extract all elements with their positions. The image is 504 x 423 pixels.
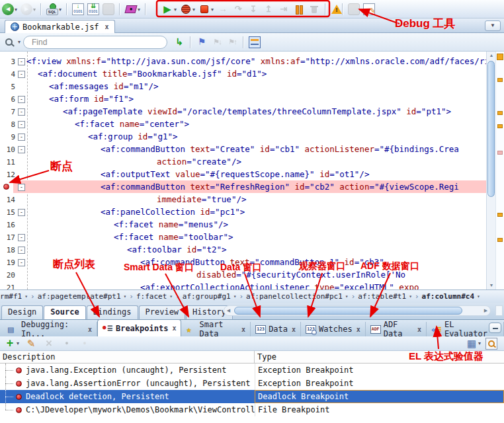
overview-marker[interactable] xyxy=(497,124,503,128)
table-row[interactable]: java.lang.AssertionError (uncaught), Per… xyxy=(0,377,504,390)
disable-dot-button[interactable] xyxy=(60,336,73,351)
fold-toggle-icon[interactable]: - xyxy=(18,134,25,141)
chevron-down-icon[interactable]: ▾ xyxy=(409,293,412,299)
scroll-up-icon[interactable]: ▲ xyxy=(487,52,495,59)
splitter-box[interactable] xyxy=(495,305,503,316)
panel-tab-adf-data[interactable]: ADF Datax xyxy=(366,322,427,336)
close-icon[interactable]: x xyxy=(417,326,421,333)
panel-tab-debugging-in-[interactable]: Debugging: In...x xyxy=(3,322,97,336)
sql-connection-button-dropdown[interactable]: ▾ xyxy=(59,7,62,13)
column-select-button-dropdown[interactable]: ▾ xyxy=(478,340,481,346)
close-icon[interactable]: x xyxy=(241,326,245,333)
stop-button-dropdown[interactable]: ▾ xyxy=(211,7,214,13)
fold-toggle-icon[interactable]: - xyxy=(18,96,25,103)
fold-toggle-icon[interactable]: - xyxy=(18,247,25,254)
editor-view-tab-bindings[interactable]: Bindings xyxy=(87,305,138,319)
ant-build-button-dropdown[interactable]: ▾ xyxy=(138,7,140,13)
enable-dot-button[interactable] xyxy=(78,336,91,351)
breadcrumb-item[interactable]: af:column#c4▾ xyxy=(420,292,482,301)
pause-button[interactable] xyxy=(292,2,306,17)
code-line-21[interactable]: 21<af:exportCollectionActionListener typ… xyxy=(0,281,486,289)
panel-tab-data[interactable]: Datax xyxy=(251,322,301,336)
step-out-button[interactable] xyxy=(262,2,275,17)
scroll-down-icon[interactable]: ▼ xyxy=(487,282,495,289)
fold-toggle-icon[interactable]: - xyxy=(18,71,25,78)
panel-tab-smart-data[interactable]: Smart Datax xyxy=(181,322,251,336)
breadcrumb-item[interactable]: f:facet▾ xyxy=(134,292,175,301)
code-line-6[interactable]: 6-<af:form id="f1"> xyxy=(0,93,486,105)
code-line-13[interactable]: -<af:commandButton text="RefreshRegion" … xyxy=(0,180,486,193)
editor-view-tab-preview[interactable]: Preview xyxy=(139,305,186,319)
chevron-down-icon[interactable]: ▾ xyxy=(124,293,127,299)
sql-connection-button[interactable]: ▾ xyxy=(46,2,62,17)
resume-button[interactable] xyxy=(216,2,230,17)
edit-breakpoint-button[interactable] xyxy=(24,336,38,351)
next-bookmark-button[interactable] xyxy=(210,35,224,50)
close-icon[interactable]: x xyxy=(105,23,109,30)
code-line-18[interactable]: 18-<af:toolbar id="t2"> xyxy=(0,243,486,256)
overview-ruler[interactable] xyxy=(495,52,504,289)
code-line-3[interactable]: 3-<f:view xmlns:f="http://java.sun.com/j… xyxy=(0,55,486,67)
panel-tab-breakpoints[interactable]: Breakpointsx xyxy=(97,319,182,336)
find-input[interactable] xyxy=(23,36,167,49)
chevron-down-icon[interactable]: ▾ xyxy=(345,293,349,299)
fold-toggle-icon[interactable]: - xyxy=(18,259,25,266)
add-breakpoint-button[interactable]: ▾ xyxy=(3,336,20,351)
code-line-4[interactable]: 4-<af:document title="Bookmarkable.jsf" … xyxy=(0,67,486,80)
fold-toggle-icon[interactable]: - xyxy=(18,58,25,65)
code-line-11[interactable]: 11action="create"/> xyxy=(0,155,486,168)
column-select-button[interactable]: ▾ xyxy=(465,336,482,351)
table-row[interactable]: C:\JDeveloper\mywork\Demos\Bookmark\View… xyxy=(0,403,504,416)
back-button-dropdown[interactable]: ▾ xyxy=(15,7,17,13)
chevron-down-icon[interactable]: ▾ xyxy=(24,293,28,299)
panel-tab-watches[interactable]: Watchesx xyxy=(301,322,366,336)
code-line-8[interactable]: 8-<f:facet name="center"> xyxy=(0,118,486,130)
debug-button[interactable]: ▾ xyxy=(179,2,196,17)
add-breakpoint-button-dropdown[interactable]: ▾ xyxy=(17,340,19,346)
fold-toggle-icon[interactable]: - xyxy=(18,184,25,191)
editor-vertical-scrollbar[interactable]: ▲ ▼ xyxy=(486,52,495,289)
run-to-cursor-button[interactable] xyxy=(277,2,290,17)
breadcrumb-item[interactable]: af:form#f1▾ xyxy=(0,292,30,301)
goto-last-edit-button[interactable] xyxy=(173,35,186,50)
bookmarks-window-button[interactable] xyxy=(248,35,261,50)
overview-marker[interactable] xyxy=(497,238,503,242)
code-line-9[interactable]: 9-<af:group id="g1"> xyxy=(0,130,486,143)
hscrollbar-thumb[interactable] xyxy=(234,307,462,315)
breadcrumb-item[interactable]: af:panelcollection#pc1▾ xyxy=(244,292,351,301)
prev-bookmark-button[interactable] xyxy=(226,35,239,50)
close-icon[interactable]: x xyxy=(172,325,176,332)
breadcrumb-item[interactable]: af:table#t1▾ xyxy=(356,292,414,301)
fold-toggle-icon[interactable]: - xyxy=(18,121,25,128)
breadcrumb-item[interactable]: af:group#g1▾ xyxy=(181,292,239,301)
find-filter-button[interactable] xyxy=(485,336,498,351)
scrollbar-thumb[interactable] xyxy=(487,61,495,197)
close-icon[interactable]: x xyxy=(88,326,92,333)
fold-toggle-icon[interactable]: - xyxy=(18,209,25,216)
delete-breakpoint-button[interactable] xyxy=(42,336,56,351)
minimize-panel-button[interactable] xyxy=(489,323,501,333)
breakpoint-icon[interactable] xyxy=(3,184,9,190)
team-button[interactable] xyxy=(347,2,360,17)
debug-button-dropdown[interactable]: ▾ xyxy=(192,7,195,13)
ant-build-button[interactable]: ▾ xyxy=(124,2,141,17)
editor-view-tab-design[interactable]: Design xyxy=(1,305,43,319)
deploy-button[interactable] xyxy=(102,2,115,17)
forward-button-dropdown[interactable]: ▾ xyxy=(33,7,36,13)
code-line-16[interactable]: 16<f:facet name="menus"/> xyxy=(0,218,486,231)
column-header-type[interactable]: Type xyxy=(255,351,279,363)
code-line-10[interactable]: 10-<af:commandButton text="Create" id="c… xyxy=(0,143,486,155)
scroll-left-icon[interactable]: ◀ xyxy=(224,306,233,315)
back-button[interactable]: ▾ xyxy=(1,2,18,17)
fold-toggle-icon[interactable]: - xyxy=(18,146,25,153)
close-icon[interactable]: x xyxy=(357,326,360,333)
code-line-15[interactable]: 15-<af:panelCollection id="pc1"> xyxy=(0,206,486,218)
editor-tab-bookmarkable[interactable]: Bookmarkable.jsf x xyxy=(5,20,115,33)
search-icon[interactable] xyxy=(4,37,15,48)
run-button-dropdown[interactable]: ▾ xyxy=(174,7,177,13)
table-row[interactable]: java.lang.Exception (uncaught), Persiste… xyxy=(0,364,504,377)
tab-list-dropdown-button[interactable]: ▼ xyxy=(485,20,501,31)
search-options-dropdown[interactable]: ▾ xyxy=(18,39,21,45)
overview-marker[interactable] xyxy=(497,151,503,155)
scroll-right-icon[interactable]: ▶ xyxy=(482,306,490,315)
